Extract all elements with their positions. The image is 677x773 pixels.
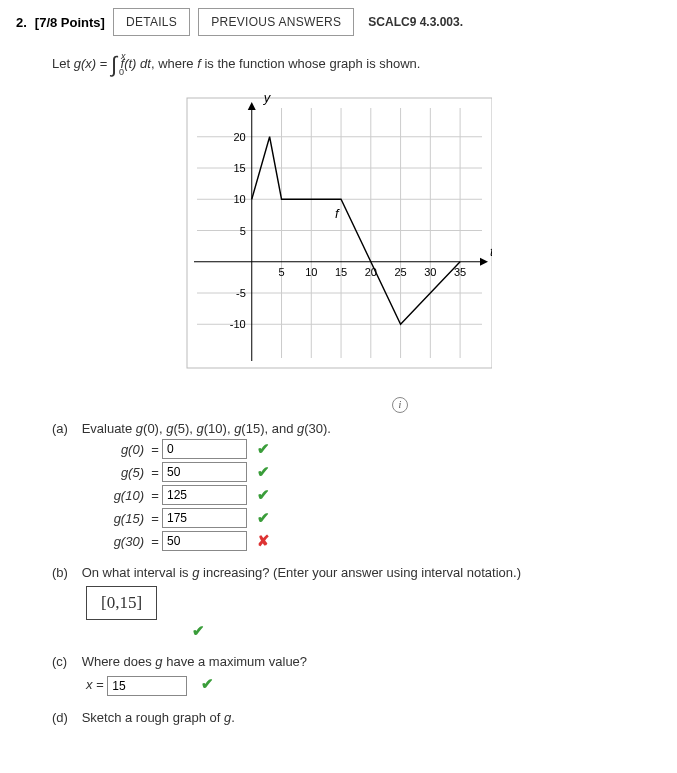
part-d-text: Sketch a rough graph of g.: [82, 710, 235, 725]
question-prompt: Let g(x) = ∫x0 f(t) dt, where f is the f…: [52, 54, 661, 76]
answer-row: g(0)=✔: [86, 439, 661, 459]
part-c-label: (c): [52, 654, 78, 669]
answer-input[interactable]: [162, 531, 247, 551]
cross-icon: ✘: [257, 532, 270, 550]
equals-sign: =: [148, 465, 162, 480]
answer-input[interactable]: [162, 508, 247, 528]
svg-text:5: 5: [240, 225, 246, 237]
part-d-label: (d): [52, 710, 78, 725]
svg-text:35: 35: [454, 266, 466, 278]
answer-row: g(15)=✔: [86, 508, 661, 528]
integral-lower: 0: [119, 68, 124, 77]
answer-lhs: g(30): [86, 534, 148, 549]
answer-lhs: g(10): [86, 488, 148, 503]
prompt-post: , where f is the function whose graph is…: [151, 56, 421, 71]
check-icon: ✔: [257, 486, 270, 504]
previous-answers-button[interactable]: PREVIOUS ANSWERS: [198, 8, 354, 36]
part-b-text: On what interval is g increasing? (Enter…: [82, 565, 521, 580]
check-icon: ✔: [201, 675, 214, 692]
equals-sign: =: [148, 488, 162, 503]
interval-answer[interactable]: [0,15]: [86, 586, 157, 620]
equals-sign: =: [148, 534, 162, 549]
check-icon: ✔: [257, 509, 270, 527]
integral-sign: ∫x0: [111, 54, 117, 76]
details-button[interactable]: DETAILS: [113, 8, 190, 36]
answer-input[interactable]: [162, 439, 247, 459]
svg-marker-16: [248, 102, 256, 110]
answer-lhs: g(0): [86, 442, 148, 457]
question-number: 2.: [16, 15, 27, 30]
svg-text:15: 15: [234, 162, 246, 174]
question-points: [7/8 Points]: [35, 15, 105, 30]
graph-svg: 5101520253035-10-55101520ytf: [172, 88, 492, 378]
part-a-label: (a): [52, 421, 78, 436]
prompt-pre: Let: [52, 56, 74, 71]
part-a: (a) Evaluate g(0), g(5), g(10), g(15), a…: [52, 421, 661, 551]
check-icon: ✔: [192, 622, 205, 639]
question-header: 2. [7/8 Points] DETAILS PREVIOUS ANSWERS…: [16, 8, 661, 36]
answer-input[interactable]: [162, 485, 247, 505]
info-icon[interactable]: i: [392, 397, 408, 413]
answer-row: g(10)=✔: [86, 485, 661, 505]
svg-text:25: 25: [394, 266, 406, 278]
svg-marker-17: [480, 258, 488, 266]
part-c: (c) Where does g have a maximum value? x…: [52, 654, 661, 696]
part-c-answer-row: x = ✔: [86, 675, 661, 696]
answer-lhs: g(5): [86, 465, 148, 480]
answer-row: g(30)=✘: [86, 531, 661, 551]
equals-sign: =: [148, 442, 162, 457]
part-c-input[interactable]: [107, 676, 187, 696]
part-c-text: Where does g have a maximum value?: [82, 654, 307, 669]
svg-text:15: 15: [335, 266, 347, 278]
svg-text:-10: -10: [230, 318, 246, 330]
equals-sign: =: [148, 511, 162, 526]
svg-text:20: 20: [234, 131, 246, 143]
textbook-ref: SCALC9 4.3.003.: [368, 15, 463, 29]
part-b-label: (b): [52, 565, 78, 580]
svg-text:30: 30: [424, 266, 436, 278]
prompt-gx: g(x): [74, 56, 96, 71]
check-icon: ✔: [257, 440, 270, 458]
svg-text:5: 5: [278, 266, 284, 278]
check-icon: ✔: [257, 463, 270, 481]
svg-text:10: 10: [305, 266, 317, 278]
svg-text:-5: -5: [236, 287, 246, 299]
svg-text:t: t: [490, 244, 492, 259]
part-c-lhs: x =: [86, 677, 107, 692]
answer-lhs: g(15): [86, 511, 148, 526]
part-d: (d) Sketch a rough graph of g.: [52, 710, 661, 725]
svg-text:10: 10: [234, 193, 246, 205]
graph: 5101520253035-10-55101520ytf: [172, 88, 661, 378]
answer-input[interactable]: [162, 462, 247, 482]
part-b: (b) On what interval is g increasing? (E…: [52, 565, 661, 640]
part-a-text: Evaluate g(0), g(5), g(10), g(15), and g…: [82, 421, 331, 436]
prompt-eq: =: [96, 56, 111, 71]
integral-upper: x: [121, 52, 126, 61]
answer-row: g(5)=✔: [86, 462, 661, 482]
svg-text:f: f: [335, 206, 340, 221]
